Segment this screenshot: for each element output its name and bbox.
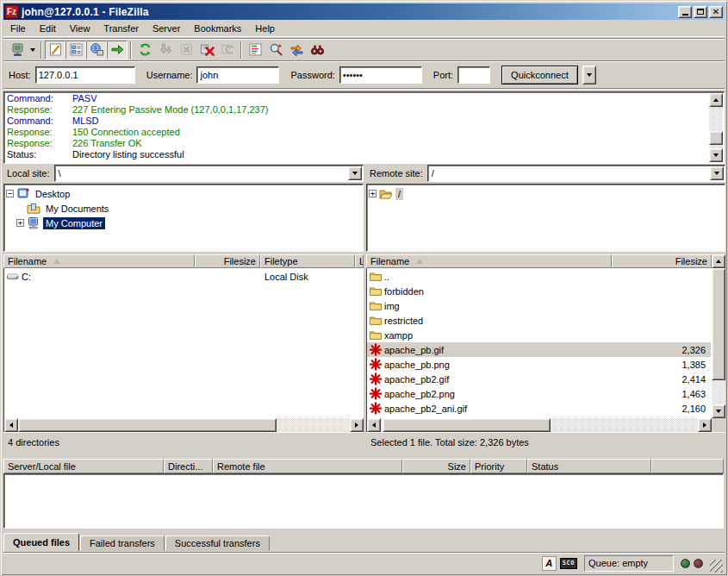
- scroll-down-button[interactable]: [712, 404, 725, 418]
- menu-bookmarks[interactable]: Bookmarks: [187, 21, 248, 36]
- image-file-icon: [369, 343, 383, 356]
- find-files-button[interactable]: [307, 41, 327, 59]
- image-file-icon: [369, 387, 383, 400]
- menu-file[interactable]: File: [3, 21, 33, 36]
- remote-file-row[interactable]: apache_pb2.png1,463: [367, 386, 711, 401]
- local-site-combobox[interactable]: \: [54, 165, 364, 182]
- local-pane: Local site: \ − Desktop My Documents + M…: [3, 164, 364, 458]
- quickconnect-dropdown-button[interactable]: [582, 66, 596, 85]
- remote-file-row-selected[interactable]: apache_pb.gif2,326: [367, 342, 711, 357]
- column-header-remote-file[interactable]: Remote file: [213, 459, 402, 473]
- scroll-up-button[interactable]: [709, 93, 723, 107]
- directory-filters-button[interactable]: [245, 41, 265, 59]
- maximize-button[interactable]: [694, 6, 707, 18]
- tree-item-my-documents[interactable]: My Documents: [6, 201, 363, 216]
- remote-horizontal-scrollbar[interactable]: [366, 418, 712, 432]
- remote-file-row[interactable]: apache_pb2.gif2,414: [367, 372, 711, 386]
- scroll-thumb[interactable]: [383, 418, 551, 432]
- scroll-down-button[interactable]: [709, 148, 723, 162]
- site-manager-dropdown-button[interactable]: [28, 41, 38, 59]
- tree-item-root[interactable]: + /: [369, 186, 725, 201]
- remote-folder-row[interactable]: xampp: [367, 328, 711, 342]
- title-bar[interactable]: Fz john@127.0.0.1 - FileZilla ✕: [3, 3, 725, 20]
- scroll-thumb[interactable]: [18, 418, 277, 432]
- quickconnect-button[interactable]: Quickconnect: [501, 66, 578, 85]
- column-header-size[interactable]: Size: [402, 459, 470, 473]
- remote-folder-row[interactable]: forbidden: [367, 284, 711, 298]
- process-queue-button[interactable]: [155, 41, 176, 59]
- remote-folder-row[interactable]: restricted: [367, 313, 711, 328]
- tree-item-my-computer[interactable]: + My Computer: [6, 216, 363, 230]
- arrow-down-icon: [713, 153, 719, 157]
- menu-help[interactable]: Help: [248, 21, 282, 36]
- expand-icon[interactable]: +: [369, 190, 376, 197]
- menu-edit[interactable]: Edit: [33, 21, 63, 36]
- column-header-direction[interactable]: Directi...: [164, 459, 213, 473]
- column-header-filetype[interactable]: Filetype: [260, 254, 355, 268]
- remote-vertical-scrollbar[interactable]: [712, 254, 725, 418]
- tab-successful-transfers[interactable]: Successful transfers: [165, 535, 270, 551]
- remote-site-dropdown-button[interactable]: [710, 166, 724, 180]
- local-file-row[interactable]: C: Local Disk: [4, 269, 363, 284]
- cancel-operation-button[interactable]: [176, 41, 196, 59]
- log-scrollbar[interactable]: [709, 93, 723, 162]
- remote-site-combobox[interactable]: /: [427, 165, 725, 182]
- close-button[interactable]: ✕: [709, 6, 723, 18]
- scroll-left-button[interactable]: [367, 418, 381, 432]
- tab-queued-files[interactable]: Queued files: [3, 533, 79, 551]
- toggle-message-log-button[interactable]: [45, 41, 65, 59]
- column-header-filesize[interactable]: Filesize: [612, 254, 712, 268]
- tree-item-desktop[interactable]: − Desktop: [6, 186, 363, 201]
- scroll-right-button[interactable]: [698, 418, 712, 432]
- chevron-down-icon: [352, 172, 358, 175]
- remote-file-row[interactable]: apache_pb.png1,385: [367, 357, 711, 372]
- menu-transfer[interactable]: Transfer: [96, 21, 146, 36]
- synchronized-browsing-button[interactable]: [286, 41, 307, 59]
- collapse-icon[interactable]: −: [6, 190, 14, 197]
- column-header-priority[interactable]: Priority: [470, 459, 527, 473]
- local-horizontal-scrollbar[interactable]: [3, 418, 364, 432]
- site-manager-button[interactable]: [7, 41, 28, 59]
- remote-folder-row[interactable]: ..: [367, 269, 711, 284]
- disconnect-icon: [200, 42, 215, 57]
- toolbar: [3, 38, 725, 61]
- compare-directories-button[interactable]: [265, 41, 286, 59]
- column-header-last-modified[interactable]: L: [355, 254, 364, 268]
- scroll-right-button[interactable]: [350, 418, 364, 432]
- scroll-thumb[interactable]: [712, 268, 725, 380]
- resize-grip[interactable]: [710, 560, 723, 573]
- log-text: PASV: [72, 93, 97, 104]
- reconnect-button[interactable]: [217, 41, 238, 59]
- expand-icon[interactable]: +: [16, 219, 24, 227]
- refresh-button[interactable]: [134, 41, 155, 59]
- scroll-up-button[interactable]: [712, 254, 725, 268]
- host-label: Host:: [9, 70, 31, 80]
- host-input[interactable]: [35, 66, 135, 84]
- toggle-local-tree-button[interactable]: [65, 41, 86, 59]
- scroll-left-button[interactable]: [4, 418, 18, 432]
- username-input[interactable]: [196, 66, 279, 84]
- remote-folder-row[interactable]: img: [367, 298, 711, 313]
- menu-server[interactable]: Server: [146, 21, 187, 36]
- column-header-filesize[interactable]: Filesize: [195, 254, 260, 268]
- remote-directory-tree: + /: [366, 184, 725, 252]
- disconnect-button[interactable]: [196, 41, 217, 59]
- toggle-remote-tree-button[interactable]: [86, 41, 107, 59]
- port-input[interactable]: [457, 66, 490, 84]
- arrow-down-icon: [716, 410, 721, 413]
- tab-failed-transfers[interactable]: Failed transfers: [80, 535, 165, 551]
- password-input[interactable]: [339, 66, 422, 84]
- column-header-server-local-file[interactable]: Server/Local file: [3, 459, 164, 473]
- local-site-dropdown-button[interactable]: [348, 166, 362, 180]
- queue-list[interactable]: [3, 473, 724, 529]
- minimize-button[interactable]: [678, 6, 692, 18]
- toolbar-separator: [130, 41, 132, 59]
- scroll-thumb[interactable]: [709, 131, 723, 145]
- menu-view[interactable]: View: [63, 21, 97, 36]
- toggle-transfer-queue-button[interactable]: [107, 41, 128, 59]
- remote-file-list: .. forbidden img restricted xampp apache…: [366, 268, 712, 418]
- column-header-filename[interactable]: Filename: [3, 254, 195, 268]
- remote-file-row[interactable]: apache_pb2_ani.gif2,160: [367, 401, 711, 416]
- column-header-status[interactable]: Status: [527, 459, 651, 473]
- column-header-filename[interactable]: Filename: [366, 254, 612, 268]
